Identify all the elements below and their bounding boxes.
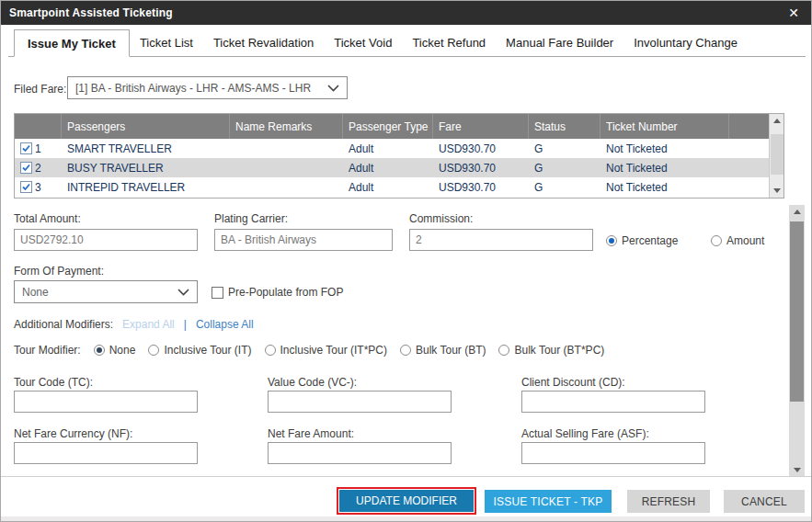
tab-ticket-list[interactable]: Ticket List: [130, 29, 203, 56]
col-status: Status: [529, 114, 600, 139]
row-number: 1: [35, 142, 41, 155]
prepopulate-fop-checkbox[interactable]: Pre-Populate from FOP: [212, 286, 343, 299]
col-name-remarks: Name Remarks: [230, 114, 343, 139]
ticket-number-cell: Not Ticketed: [600, 142, 729, 155]
expand-all-link[interactable]: Expand All: [122, 318, 175, 331]
row-number: 3: [35, 181, 41, 194]
commission-percentage-radio[interactable]: Percentage: [606, 234, 678, 247]
tour-modifier-label: Tour Modifier:: [14, 344, 81, 357]
table-header-row: Passengers Name Remarks Passenger Type F…: [15, 114, 783, 139]
total-amount-label: Total Amount:: [14, 212, 81, 225]
tab-ticket-revalidation[interactable]: Ticket Revalidation: [203, 29, 324, 56]
net-fare-amount-field[interactable]: [268, 442, 452, 464]
radio-unselected-icon: [148, 345, 159, 356]
additional-modifiers-label: Additional Modifiers:: [14, 318, 113, 331]
close-icon[interactable]: ✕: [784, 6, 803, 20]
passenger-name: SMART TRAVELLER: [62, 142, 230, 155]
table-scrollbar-thumb[interactable]: [771, 134, 783, 175]
value-code-field[interactable]: [268, 391, 452, 413]
col-passenger-type: Passenger Type: [343, 114, 433, 139]
value-code-label: Value Code (VC-):: [268, 376, 357, 389]
commission-amount-radio[interactable]: Amount: [711, 234, 764, 247]
radio-unselected-icon: [498, 345, 509, 356]
filed-fare-select[interactable]: [1] BA - British Airways - LHR - AMS-AMS…: [67, 76, 348, 99]
radio-selected-icon: [94, 345, 105, 356]
radio-selected-icon: [606, 235, 617, 246]
tab-ticket-refund[interactable]: Ticket Refund: [402, 29, 496, 56]
tour-code-field[interactable]: [14, 391, 198, 413]
scroll-up-icon[interactable]: [770, 114, 783, 128]
status-cell: G: [529, 162, 600, 175]
row-checkbox[interactable]: [20, 142, 32, 154]
actual-selling-fare-field[interactable]: [521, 442, 705, 464]
window-bottom-edge: [1, 516, 812, 522]
actual-selling-fare-label: Actual Selling Fare (ASF):: [521, 427, 649, 440]
tour-bulk-btpc-radio[interactable]: Bulk Tour (BT*PC): [498, 344, 604, 357]
scroll-down-icon[interactable]: [770, 184, 783, 198]
row-checkbox[interactable]: [20, 181, 32, 193]
form-of-payment-value: None: [22, 286, 49, 299]
collapse-all-link[interactable]: Collapse All: [196, 318, 254, 331]
content-scrollbar[interactable]: [789, 205, 805, 477]
ticket-number-cell: Not Ticketed: [600, 181, 729, 194]
table-scrollbar[interactable]: [769, 114, 783, 198]
update-modifier-button[interactable]: UPDATE MODIFIER: [339, 490, 474, 512]
smartpoint-ticketing-dialog: Smartpoint Assisted Ticketing ✕ Issue My…: [0, 0, 812, 522]
passenger-name: INTREPID TRAVELLER: [62, 181, 230, 194]
radio-unselected-icon: [400, 345, 411, 356]
passenger-name: BUSY TRAVELLER: [62, 162, 230, 175]
title-bar: Smartpoint Assisted Ticketing ✕: [1, 1, 811, 25]
net-fare-amount-label: Net Fare Amount:: [268, 427, 354, 440]
tour-code-label: Tour Code (TC):: [14, 376, 93, 389]
tour-bulk-bt-radio[interactable]: Bulk Tour (BT): [400, 344, 486, 357]
update-modifier-highlight: UPDATE MODIFIER: [337, 487, 476, 515]
cancel-button[interactable]: CANCEL: [724, 490, 805, 513]
form-of-payment-select[interactable]: None: [14, 280, 198, 303]
passenger-table: Passengers Name Remarks Passenger Type F…: [14, 113, 784, 199]
fare-cell: USD930.70: [433, 142, 529, 155]
col-passengers: Passengers: [62, 114, 230, 139]
table-row[interactable]: 3 INTREPID TRAVELLER Adult USD930.70 G N…: [15, 177, 783, 197]
net-fare-currency-label: Net Fare Currency (NF):: [14, 427, 132, 440]
form-of-payment-label: Form Of Payment:: [14, 265, 104, 278]
total-amount-field[interactable]: [14, 229, 198, 251]
refresh-button[interactable]: REFRESH: [627, 490, 710, 513]
commission-label: Commission:: [409, 212, 473, 225]
tab-manual-fare-builder[interactable]: Manual Fare Builder: [496, 29, 623, 56]
scroll-down-icon[interactable]: [789, 463, 805, 477]
row-number: 2: [35, 162, 41, 175]
tab-involuntary-change[interactable]: Involuntary Change: [623, 29, 748, 56]
row-checkbox[interactable]: [20, 162, 32, 174]
issue-ticket-button[interactable]: ISSUE TICKET - TKP: [485, 490, 612, 513]
chevron-down-icon: [327, 85, 339, 92]
table-row[interactable]: 2 BUSY TRAVELLER Adult USD930.70 G Not T…: [15, 158, 783, 177]
tab-issue-my-ticket[interactable]: Issue My Ticket: [14, 29, 130, 57]
tab-ticket-void[interactable]: Ticket Void: [324, 29, 402, 56]
radio-unselected-icon: [711, 235, 722, 246]
commission-field[interactable]: [409, 229, 593, 251]
additional-modifiers-row: Additional Modifiers: Expand All | Colla…: [14, 318, 254, 331]
tour-none-radio[interactable]: None: [94, 344, 136, 357]
link-separator: |: [184, 318, 187, 331]
plating-carrier-field[interactable]: [214, 229, 393, 251]
status-cell: G: [529, 142, 600, 155]
passenger-type-cell: Adult: [343, 181, 433, 194]
col-fare: Fare: [433, 114, 529, 139]
net-fare-currency-field[interactable]: [14, 442, 198, 464]
tab-bar: Issue My Ticket Ticket List Ticket Reval…: [8, 29, 806, 57]
tour-inclusive-itpc-radio[interactable]: Inclusive Tour (IT*PC): [265, 344, 387, 357]
client-discount-field[interactable]: [521, 391, 705, 413]
plating-carrier-label: Plating Carrier:: [214, 212, 288, 225]
table-row[interactable]: 1 SMART TRAVELLER Adult USD930.70 G Not …: [15, 139, 783, 158]
scroll-up-icon[interactable]: [789, 205, 805, 219]
content-scrollbar-thumb[interactable]: [790, 221, 804, 402]
chevron-down-icon: [177, 289, 189, 296]
tour-modifier-row: Tour Modifier: None Inclusive Tour (IT) …: [14, 344, 604, 357]
col-empty: [729, 114, 770, 139]
passenger-type-cell: Adult: [343, 162, 433, 175]
window-title: Smartpoint Assisted Ticketing: [9, 6, 784, 19]
checkbox-unchecked-icon: [212, 287, 223, 299]
tour-inclusive-it-radio[interactable]: Inclusive Tour (IT): [148, 344, 251, 357]
radio-unselected-icon: [265, 345, 276, 356]
col-ticket-number: Ticket Number: [600, 114, 729, 139]
